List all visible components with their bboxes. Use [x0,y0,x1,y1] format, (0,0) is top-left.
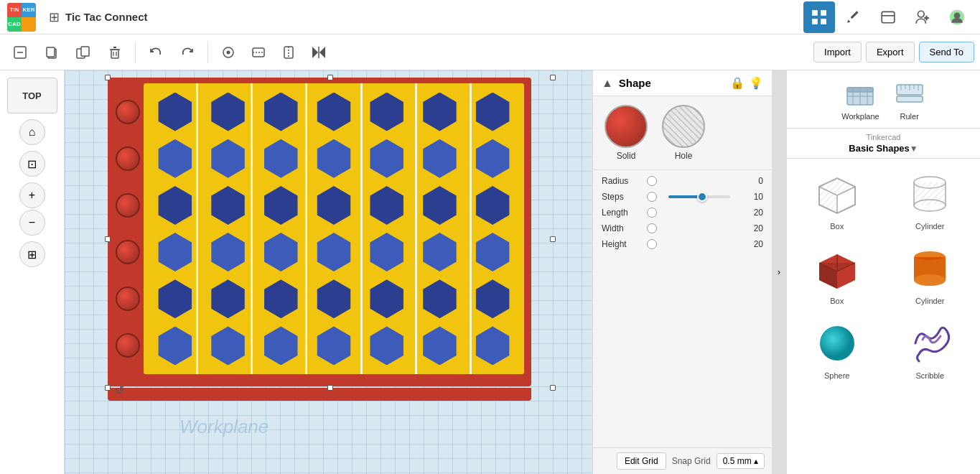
send-to-button[interactable]: Send To [919,42,974,62]
bottom-bar [108,388,531,401]
hex-5-4 [309,278,358,320]
shape-library-dropdown[interactable]: TinkercadBasic Shapes▼ [787,129,980,159]
align-button-1[interactable] [214,38,243,67]
rotate-handle[interactable]: ↺ [115,384,125,394]
redo-button[interactable] [173,38,202,67]
steps-row: Steps 10 [593,189,772,205]
shape-item-box-red[interactable]: Box [794,241,880,308]
hex-4-1 [151,231,200,274]
height-input[interactable] [647,239,657,249]
svg-point-23 [227,50,230,54]
handle-bl[interactable] [105,385,111,391]
home-view-button[interactable]: ⌂ [19,119,45,145]
zoom-out-button[interactable]: − [19,210,45,236]
solid-button[interactable]: Solid [605,105,648,161]
edit-grid-button[interactable]: Edit Grid [617,452,666,470]
top-bar-right [803,1,973,33]
mirror-button[interactable] [304,38,333,67]
copy-button[interactable] [37,38,66,67]
shape-label-box: Box [830,222,844,231]
hole-label: Hole [675,151,693,161]
toolbar-separator-1 [135,42,136,63]
red-circle-3 [116,193,140,218]
hex-5-6 [416,278,465,320]
workplane-button[interactable]: Workplane [841,78,879,121]
3d-scene[interactable]: ↺ [108,78,553,401]
snap-grid-label: Snap Grid [672,456,711,466]
length-value: 20 [742,208,763,218]
delete-button[interactable] [101,38,129,67]
red-circle-4 [116,240,140,264]
handle-tl[interactable] [105,75,111,80]
steps-value: 10 [742,192,763,202]
export-button[interactable]: Export [866,42,915,62]
steps-slider-thumb [697,192,707,202]
handle-br[interactable] [550,385,556,391]
radius-value: 0 [742,176,763,186]
handle-bm[interactable] [327,385,333,391]
snap-grid-value[interactable]: 0.5 mm ▴ [717,453,765,469]
hex-1-5 [363,90,411,133]
main-area: TOP ⌂ ⊡ + − ⊞ Workplane [0,70,980,474]
hex-4-6 [416,231,465,274]
properties-section: Radius 0 Steps 10 Lengt [593,169,772,255]
align-button-3[interactable] [274,38,303,67]
panel-toggle-button[interactable]: › [772,70,786,474]
hex-1-6 [416,90,465,133]
shape-item-cylinder-orange[interactable]: Cylinder [887,241,974,308]
handle-tm[interactable] [327,75,333,80]
shape-item-sphere[interactable]: Sphere [794,315,880,383]
frame-button[interactable]: ⊡ [19,151,45,177]
width-row: Width 20 [593,220,772,236]
new-button[interactable] [6,38,34,67]
ruler-button[interactable]: Ruler [894,78,925,121]
shape-thumb-box-red [808,243,866,294]
ruler-label: Ruler [900,112,919,121]
canvas-area[interactable]: Workplane [65,70,592,474]
profile-button[interactable] [941,1,973,33]
radius-input[interactable] [647,176,657,186]
shape-collapse-button[interactable]: ▲ [602,77,613,90]
light-bulb-icon[interactable]: 💡 [749,76,763,90]
shape-lib-name: Basic Shapes [849,143,910,154]
length-input[interactable] [647,208,657,218]
handle-mr[interactable] [550,236,556,242]
handle-tr[interactable] [550,75,556,80]
hex-6-5 [363,325,411,367]
width-input[interactable] [647,223,657,233]
steps-input[interactable] [647,192,657,202]
hole-button[interactable]: Hole [662,105,705,161]
shape-panel-title: Shape [619,77,724,89]
hex-5-2 [204,278,253,320]
shape-label-sphere: Sphere [824,371,849,380]
radius-row: Radius 0 [593,173,772,189]
zoom-in-button[interactable]: + [19,182,45,208]
undo-button[interactable] [141,38,170,67]
add-person-button[interactable] [907,1,938,33]
build-button[interactable] [838,1,869,33]
simulate-button[interactable] [872,1,904,33]
shape-item-scribble[interactable]: Scribble [887,315,974,383]
hex-5-5 [363,278,411,320]
duplicate-button[interactable] [69,38,98,67]
import-button[interactable]: Import [813,42,862,62]
shape-item-cylinder-outline[interactable]: Cylinder [887,166,974,233]
layers-button[interactable]: ⊞ [19,241,45,267]
shape-label-cylinder-2: Cylinder [915,297,944,305]
height-label: Height [602,239,641,249]
shape-thumb-sphere [808,318,866,368]
lock-icon[interactable]: 🔒 [730,76,745,90]
shape-item-box-outline[interactable]: Box [794,166,880,233]
grid-view-button[interactable] [803,1,835,33]
hex-5-1 [151,278,200,320]
logo-cell-bl: CAD [7,17,22,32]
hex-6-4 [309,325,358,367]
handle-ml[interactable] [105,236,111,242]
shape-thumb-cylinder-outline [901,169,958,219]
svg-point-10 [954,12,961,19]
hex-3-4 [309,184,358,226]
tinkercad-logo: TIN KER CAD [7,3,42,32]
align-button-2[interactable] [244,38,273,67]
toolbar-separator-2 [207,42,208,63]
steps-slider[interactable] [668,195,730,198]
